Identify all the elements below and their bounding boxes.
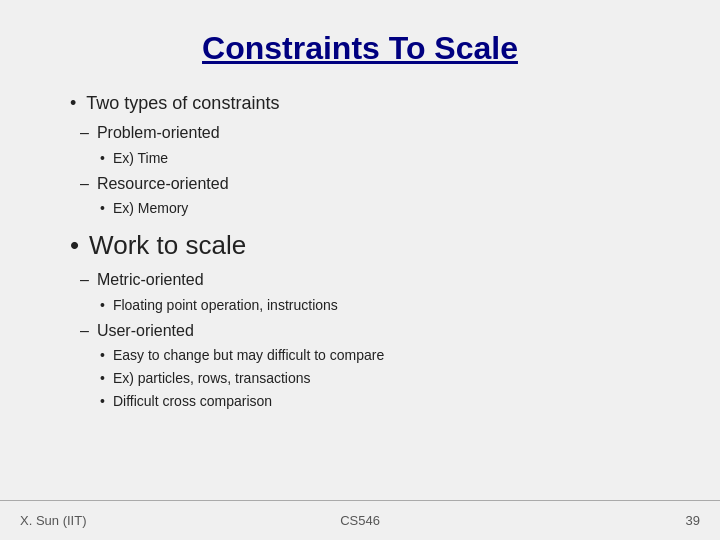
dot-text-memory: Ex) Memory: [113, 198, 188, 219]
dash-item-resource: – Resource-oriented: [80, 173, 660, 195]
dash-marker-1: –: [80, 122, 89, 144]
slide-title: Constraints To Scale: [60, 30, 660, 67]
dash-item-problem: – Problem-oriented: [80, 122, 660, 144]
dash-text-problem: Problem-oriented: [97, 122, 220, 144]
bullet-2: • Work to scale: [70, 227, 660, 263]
bullet-1: • Two types of constraints: [70, 91, 660, 116]
bullet-1-text: Two types of constraints: [86, 91, 279, 116]
bullet-1-marker: •: [70, 91, 76, 116]
dot-marker-difficult: •: [100, 391, 105, 412]
footer-center: CS546: [247, 513, 474, 528]
slide: Constraints To Scale • Two types of cons…: [0, 0, 720, 540]
bullet-2-text: Work to scale: [89, 227, 246, 263]
footer-right: 39: [473, 513, 700, 528]
dot-marker-time: •: [100, 148, 105, 169]
dash-text-metric: Metric-oriented: [97, 269, 204, 291]
dash-marker-2: –: [80, 173, 89, 195]
dash-marker-3: –: [80, 269, 89, 291]
dash-marker-4: –: [80, 320, 89, 342]
sub-sub-user: • Easy to change but may difficult to co…: [100, 345, 660, 412]
dash-text-user: User-oriented: [97, 320, 194, 342]
bullet-2-marker: •: [70, 227, 79, 263]
dot-text-float: Floating point operation, instructions: [113, 295, 338, 316]
dot-text-time: Ex) Time: [113, 148, 168, 169]
dash-text-resource: Resource-oriented: [97, 173, 229, 195]
dot-marker-float: •: [100, 295, 105, 316]
footer-left: X. Sun (IIT): [20, 513, 247, 528]
dot-marker-easy: •: [100, 345, 105, 366]
slide-content: • Two types of constraints – Problem-ori…: [60, 91, 660, 490]
dot-item-particles: • Ex) particles, rows, transactions: [100, 368, 660, 389]
sub-sub-problem: • Ex) Time: [100, 148, 660, 169]
dash-item-user: – User-oriented: [80, 320, 660, 342]
dot-item-difficult: • Difficult cross comparison: [100, 391, 660, 412]
sub-sub-resource: • Ex) Memory: [100, 198, 660, 219]
sub-items-2: – Metric-oriented • Floating point opera…: [80, 269, 660, 412]
dot-text-particles: Ex) particles, rows, transactions: [113, 368, 311, 389]
dot-item-time: • Ex) Time: [100, 148, 660, 169]
dot-item-memory: • Ex) Memory: [100, 198, 660, 219]
dot-item-float: • Floating point operation, instructions: [100, 295, 660, 316]
sub-items-1: – Problem-oriented • Ex) Time – Resource…: [80, 122, 660, 219]
dot-text-difficult: Difficult cross comparison: [113, 391, 272, 412]
dot-text-easy: Easy to change but may difficult to comp…: [113, 345, 384, 366]
dash-item-metric: – Metric-oriented: [80, 269, 660, 291]
dot-marker-memory: •: [100, 198, 105, 219]
sub-sub-metric: • Floating point operation, instructions: [100, 295, 660, 316]
dot-marker-particles: •: [100, 368, 105, 389]
slide-footer: X. Sun (IIT) CS546 39: [0, 500, 720, 540]
dot-item-easy: • Easy to change but may difficult to co…: [100, 345, 660, 366]
